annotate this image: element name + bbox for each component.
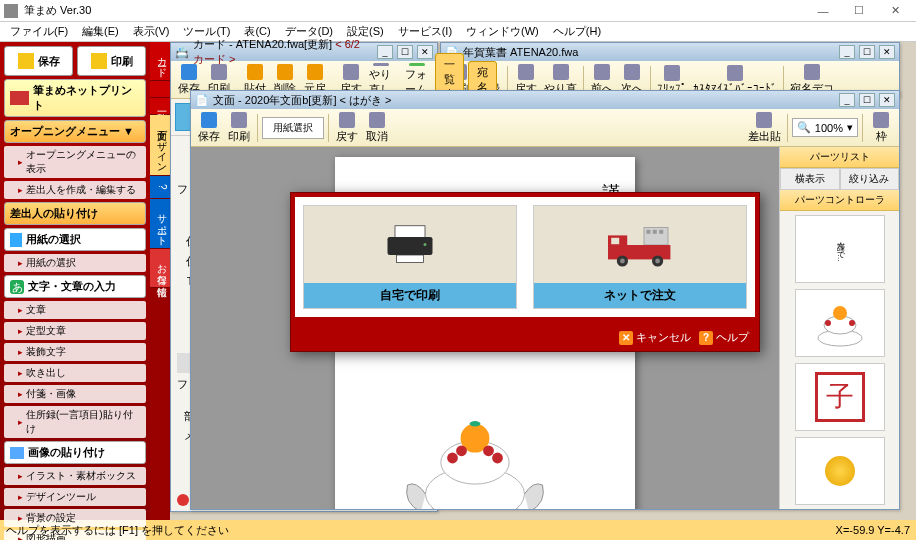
mdi-doc-close[interactable]: ✕ [879, 93, 895, 107]
text-sub-0[interactable]: 文章 [4, 301, 146, 319]
svg-rect-20 [653, 229, 657, 233]
thumb-stamp[interactable]: 子 [795, 363, 885, 431]
titlebar: 筆まめ Ver.30 — ☐ ✕ [0, 0, 916, 22]
save-button[interactable]: 保存 [4, 46, 73, 76]
mdi-max[interactable]: ☐ [859, 45, 875, 59]
mdi-close[interactable]: ✕ [879, 45, 895, 59]
vtab-atena[interactable]: 宛名 [150, 81, 170, 98]
paper-select-dropdown[interactable]: 用紙選択 [262, 117, 324, 139]
app-icon [4, 4, 18, 18]
modal-cancel-button[interactable]: ✕キャンセル [619, 330, 691, 345]
dtb-save[interactable]: 保存 [195, 111, 223, 145]
svg-point-7 [483, 445, 494, 456]
image-sub-1[interactable]: デザインツール [4, 488, 146, 506]
paper-icon [10, 233, 22, 247]
svg-point-26 [620, 258, 625, 263]
rp-tab-filter[interactable]: 絞り込み [840, 168, 900, 190]
dtb-cancel[interactable]: 取消 [363, 111, 391, 145]
paper-submenu[interactable]: 用紙の選択 [4, 254, 146, 272]
mdi-doc-max[interactable]: ☐ [859, 93, 875, 107]
thumb-mochi[interactable] [795, 289, 885, 357]
mdi-nenga-title[interactable]: 📄 年賀葉書 ATENA20.fwa _ ☐ ✕ [441, 43, 899, 61]
dtb-sender[interactable]: 差出貼 [746, 111, 783, 145]
print-button[interactable]: 印刷 [77, 46, 146, 76]
marker-icon [177, 494, 189, 506]
vtab-support[interactable]: サポート [150, 199, 170, 249]
menu-edit[interactable]: 編集(E) [76, 22, 125, 41]
mdi-card-close[interactable]: ✕ [417, 45, 433, 59]
text-sub-3[interactable]: 吹き出し [4, 364, 146, 382]
rp-tab-h[interactable]: 横表示 [780, 168, 840, 190]
sidebar: 保存 印刷 筆まめネットプリント オープニングメニュー ▼ オープニングメニュー… [0, 42, 150, 520]
mdi-card-title[interactable]: 📇 カード - ATENA20.fwa[更新] < 6/2 カード > _ ☐ … [171, 43, 437, 61]
help-icon: ? [699, 331, 713, 345]
mdi-min[interactable]: _ [839, 45, 855, 59]
svg-point-11 [833, 306, 847, 320]
text-sub-5[interactable]: 住所録(一言項目)貼り付け [4, 406, 146, 438]
vtab-card[interactable]: カード [150, 42, 170, 81]
svg-point-28 [655, 258, 660, 263]
statusbar: ヘルプを表示するには [F1] を押してください X=-59.9 Y=-4.7 [0, 520, 916, 540]
menu-window[interactable]: ウィンドウ(W) [460, 22, 545, 41]
save-icon [18, 53, 34, 69]
mdi-doc-min[interactable]: _ [839, 93, 855, 107]
parts-list-header: パーツリスト [780, 147, 899, 168]
mdi-card-min[interactable]: _ [377, 45, 393, 59]
truck-icon [10, 91, 29, 105]
vtab-deals[interactable]: お得な情報 [150, 249, 170, 288]
svg-point-5 [447, 453, 458, 464]
status-left: ヘルプを表示するには [F1] を押してください [6, 523, 229, 538]
print-at-home-option[interactable]: 自宅で印刷 [303, 205, 517, 309]
svg-rect-15 [388, 237, 433, 255]
menu-file[interactable]: ファイル(F) [4, 22, 74, 41]
text-sub-1[interactable]: 定型文章 [4, 322, 146, 340]
print-choice-dialog: 自宅で印刷 ネットで注文 ✕キャンセル ?ヘルプ [290, 192, 760, 352]
parts-controller-header: パーツコントローラ [780, 190, 899, 211]
opening-menu-button[interactable]: オープニングメニュー ▼ [4, 120, 146, 143]
thumb-extra[interactable] [795, 437, 885, 505]
dtb-undo[interactable]: 戻す [333, 111, 361, 145]
dtb-frame[interactable]: 枠 [867, 111, 895, 145]
order-online-option[interactable]: ネットで注文 [533, 205, 747, 309]
vtab-design[interactable]: 文面デザイン [150, 115, 170, 176]
text-input-header[interactable]: あ文字・文章の入力 [4, 275, 146, 298]
paper-select-button[interactable]: 用紙の選択 [4, 228, 146, 251]
maximize-button[interactable]: ☐ [842, 1, 876, 21]
app-title: 筆まめ Ver.30 [24, 3, 806, 18]
mdi-card-max[interactable]: ☐ [397, 45, 413, 59]
print-icon [91, 53, 107, 69]
opening-submenu-sender[interactable]: 差出人を作成・編集する [4, 181, 146, 199]
netprint-button[interactable]: 筆まめネットプリント [4, 79, 146, 117]
parts-panel: パーツリスト 横表示 絞り込み パーツコントローラ 謹んで… 子 [779, 147, 899, 509]
thumb-text[interactable]: 謹んで… [795, 215, 885, 283]
image-paste-header[interactable]: 画像の貼り付け [4, 441, 146, 464]
sender-paste-button[interactable]: 差出人の貼り付け [4, 202, 146, 225]
truck-icon [600, 220, 680, 270]
status-right: X=-59.9 Y=-4.7 [836, 524, 910, 536]
svg-point-13 [849, 320, 855, 326]
menubar: ファイル(F) 編集(E) 表示(V) ツール(T) 表(C) データ(D) 設… [0, 22, 916, 42]
vtab-help[interactable]: ? [150, 176, 170, 199]
opening-submenu-show[interactable]: オープニングメニューの表示 [4, 146, 146, 178]
close-button[interactable]: ✕ [878, 1, 912, 21]
menu-help[interactable]: ヘルプ(H) [547, 22, 607, 41]
svg-point-17 [424, 243, 427, 246]
menu-view[interactable]: 表示(V) [127, 22, 176, 41]
svg-point-4 [470, 421, 481, 426]
text-sub-4[interactable]: 付箋・画像 [4, 385, 146, 403]
image-sub-0[interactable]: イラスト・素材ボックス [4, 467, 146, 485]
dtb-print[interactable]: 印刷 [225, 111, 253, 145]
text-sub-2[interactable]: 装飾文字 [4, 343, 146, 361]
zoom-control[interactable]: 🔍100%▾ [792, 118, 858, 137]
vtab-list[interactable]: 一覧表 [150, 98, 170, 115]
parts-thumbs: 謹んで… 子 [780, 211, 899, 509]
doc-icon: 📄 [195, 94, 209, 107]
menu-service[interactable]: サービス(I) [392, 22, 458, 41]
card-icon: 📇 [175, 46, 189, 59]
kagami-mochi-illustration [385, 377, 565, 509]
svg-point-8 [492, 453, 503, 464]
minimize-button[interactable]: — [806, 1, 840, 21]
window-buttons: — ☐ ✕ [806, 1, 912, 21]
mdi-doc-title[interactable]: 📄 文面 - 2020年文面b[更新] < はがき > _ ☐ ✕ [191, 91, 899, 109]
modal-help-button[interactable]: ?ヘルプ [699, 330, 749, 345]
